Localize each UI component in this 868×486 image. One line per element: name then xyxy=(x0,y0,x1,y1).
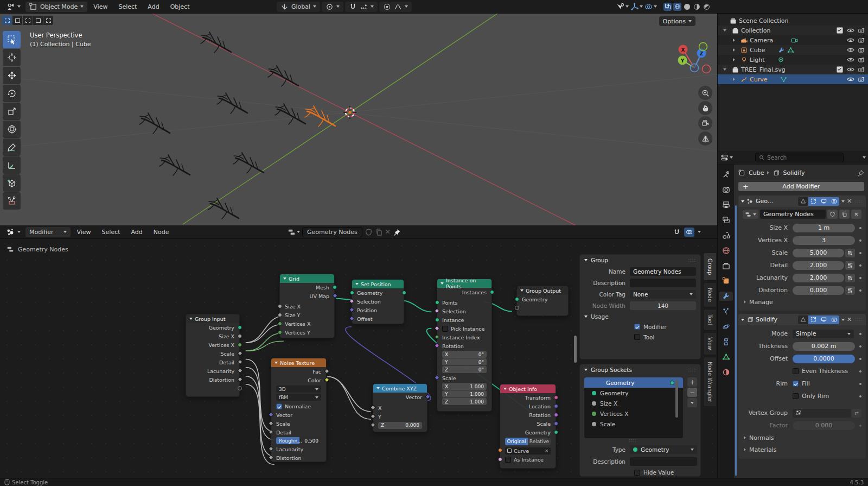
relative-toggle[interactable]: Relative xyxy=(528,438,551,445)
sidebar-tab-node[interactable]: Node xyxy=(703,282,716,307)
usage-modifier-checkbox[interactable] xyxy=(634,324,640,330)
tab-tool[interactable] xyxy=(719,170,733,179)
perspective-toggle-button[interactable] xyxy=(698,131,712,146)
tool-measure[interactable] xyxy=(3,156,21,174)
tool-extra[interactable] xyxy=(3,192,21,210)
modifier-name[interactable]: Solidify xyxy=(756,316,777,323)
tree-object[interactable] xyxy=(159,155,190,175)
scale-z-field[interactable]: Z1.000 xyxy=(442,398,487,405)
noise-type-dropdown[interactable]: fBM xyxy=(276,394,321,401)
tree-object[interactable] xyxy=(208,198,239,219)
toggle-render[interactable] xyxy=(829,197,839,206)
breadcrumb-modifier[interactable]: Solidify xyxy=(783,169,805,176)
proportional-edit-dropdown[interactable] xyxy=(379,2,412,12)
materials-panel-header[interactable]: Materials xyxy=(749,446,776,453)
overlays-dropdown[interactable] xyxy=(644,3,657,11)
collection-exclude-checkbox[interactable] xyxy=(837,27,843,34)
socket-geometry-out[interactable] xyxy=(238,325,242,330)
node-grid[interactable]: Grid Mesh UV Map Size X Size Y Vertices … xyxy=(279,274,335,338)
disable-render-icon[interactable] xyxy=(858,56,865,63)
socket-scale-out[interactable] xyxy=(554,421,558,426)
vertices-x-field[interactable]: 3 xyxy=(793,236,855,245)
socket-item-scale[interactable]: Scale xyxy=(584,419,683,429)
noise-dimensions-dropdown[interactable]: 3D xyxy=(276,386,321,393)
as-instance-checkbox[interactable] xyxy=(505,457,511,463)
socket-rotation-out[interactable] xyxy=(554,413,558,417)
remove-socket-button[interactable]: − xyxy=(687,388,697,397)
fake-user-shield-icon[interactable] xyxy=(365,228,373,236)
tree-object[interactable] xyxy=(233,153,264,173)
breadcrumb-object[interactable]: Cube xyxy=(749,169,764,176)
ne-menu-select[interactable]: Select xyxy=(97,229,125,236)
tab-world[interactable] xyxy=(719,246,733,255)
tool-move[interactable] xyxy=(3,67,21,84)
modifier-extras-dropdown[interactable] xyxy=(841,319,845,321)
socket-sizey-in[interactable] xyxy=(278,313,282,317)
tab-material[interactable] xyxy=(719,368,733,377)
node-editor-canvas[interactable]: Geometry Nodes Gro xyxy=(0,239,717,478)
socket-verticesx-in[interactable] xyxy=(278,321,282,326)
hide-eye-icon[interactable] xyxy=(847,47,854,53)
socket-geometry-out[interactable] xyxy=(554,430,558,434)
shading-material-button[interactable] xyxy=(693,3,701,11)
modifier-name[interactable]: Geo... xyxy=(756,198,773,205)
thickness-field[interactable]: 0.002 m xyxy=(793,342,855,351)
add-modifier-button[interactable]: + Add Modifier xyxy=(738,182,864,191)
pivot-point-dropdown[interactable] xyxy=(322,2,343,12)
tree-object[interactable] xyxy=(268,66,298,86)
modifier-close-button[interactable]: ✕ xyxy=(847,316,852,323)
tool-select-box[interactable] xyxy=(3,31,21,48)
size-x-field[interactable]: 1 m xyxy=(793,224,855,232)
z-value-field[interactable]: Z0.000 xyxy=(378,422,422,429)
select-mode-intersect[interactable] xyxy=(43,16,53,25)
outliner-row-scene-collection[interactable]: Scene Collection xyxy=(718,16,868,26)
outliner-row-light[interactable]: Light xyxy=(718,55,868,65)
tab-object-data[interactable] xyxy=(719,352,733,362)
shading-solid-button[interactable] xyxy=(683,3,691,11)
lacunarity-field[interactable]: 2.000 xyxy=(793,274,844,282)
ne-mode-dropdown[interactable]: Modifier xyxy=(25,227,71,237)
ne-scrollbar[interactable] xyxy=(574,336,577,363)
socket-item-sizex[interactable]: Size X xyxy=(584,398,683,408)
select-mode-invert[interactable] xyxy=(33,16,43,25)
tree-object[interactable] xyxy=(217,93,247,113)
toggle-realtime[interactable] xyxy=(808,315,819,324)
group-panel-header[interactable]: Group:::: xyxy=(580,255,700,266)
socket-item-geometry-in[interactable]: Geometry xyxy=(584,388,683,398)
usage-panel-header[interactable]: Usage xyxy=(591,313,609,320)
toggle-realtime[interactable] xyxy=(808,197,819,206)
ne-menu-node[interactable]: Node xyxy=(149,229,174,236)
toggle-edit-mode[interactable] xyxy=(798,197,808,206)
socket-sizex-in[interactable] xyxy=(278,304,282,308)
disable-render-icon[interactable] xyxy=(858,47,865,53)
ne-editor-type-button[interactable] xyxy=(3,227,24,237)
ne-overlays-toggle[interactable] xyxy=(684,228,694,237)
normalize-checkbox[interactable] xyxy=(276,403,282,409)
modifier-extras-dropdown[interactable] xyxy=(841,200,845,203)
tab-scene[interactable] xyxy=(719,231,733,240)
tab-collection[interactable] xyxy=(719,261,733,270)
properties-search[interactable]: Search xyxy=(755,153,844,162)
node-group-output[interactable]: Group Output Geometry xyxy=(516,286,569,316)
tab-render[interactable] xyxy=(719,185,733,194)
modifier-close-button[interactable]: ✕ xyxy=(847,198,852,205)
hide-eye-icon[interactable] xyxy=(847,56,854,63)
select-mode-subtract[interactable] xyxy=(23,16,33,25)
node-group-name-field[interactable]: Geometry Nodes xyxy=(760,210,826,219)
node-width-field[interactable]: 140 xyxy=(630,301,696,310)
list-resize-grip[interactable]: :::: xyxy=(629,438,637,443)
shading-wireframe-button[interactable] xyxy=(673,3,681,11)
manage-panel-header[interactable]: Manage xyxy=(749,299,773,306)
rotation-y-field[interactable]: Y0° xyxy=(442,358,487,365)
menu-view[interactable]: View xyxy=(88,3,112,10)
tab-particles[interactable] xyxy=(719,307,733,316)
socket-sizex-out[interactable] xyxy=(238,334,242,338)
socket-geometry-in[interactable] xyxy=(350,291,354,295)
3d-viewport[interactable]: User Perspective (1) Collection | Cube O… xyxy=(0,14,717,225)
node-object-info[interactable]: Object Info Transform Location Rotation … xyxy=(500,384,556,469)
socket-geometry-out[interactable] xyxy=(402,291,406,295)
tab-modifiers[interactable] xyxy=(719,292,733,301)
modifier-drag-handle[interactable]: :::: xyxy=(855,199,863,204)
menu-add[interactable]: Add xyxy=(143,3,164,10)
tab-output[interactable] xyxy=(719,200,733,210)
